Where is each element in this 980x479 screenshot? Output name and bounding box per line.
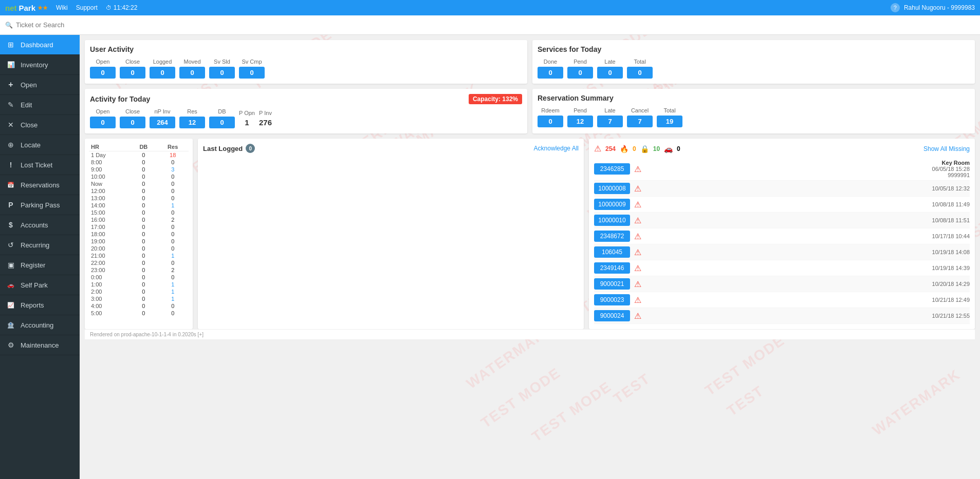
- stat-label: Pend: [574, 59, 587, 65]
- sidebar-item-self-park[interactable]: Self Park: [0, 275, 80, 295]
- stat-label: Sv Sld: [214, 59, 230, 65]
- last-logged-count: 0: [246, 144, 255, 153]
- schedule-time: 12:00: [89, 187, 130, 195]
- schedule-row: 16:0002: [89, 216, 189, 223]
- schedule-row: 15:0000: [89, 209, 189, 216]
- schedule-res-val: 0: [157, 231, 189, 238]
- sidebar-item-register[interactable]: Register: [0, 255, 80, 275]
- alert-row: 10000009 ⚠ 10/08/18 11:49: [594, 197, 970, 213]
- stat-item: Open0: [90, 108, 116, 128]
- sidebar-item-accounting[interactable]: Accounting: [0, 315, 80, 335]
- sidebar-item-recurring[interactable]: Recurring: [0, 235, 80, 255]
- sidebar-label-reports: Reports: [21, 301, 44, 309]
- alert-ticket-button[interactable]: 10000009: [594, 199, 630, 210]
- schedule-row: 0:0000: [89, 274, 189, 281]
- alert-warning-icon: ⚠: [634, 164, 641, 174]
- sidebar-item-reservations[interactable]: Reservations: [0, 175, 80, 195]
- alert-info-date: 10/21/18 12:49: [645, 297, 970, 303]
- sidebar-label-locate: Locate: [21, 141, 41, 149]
- schedule-time: 16:00: [89, 216, 130, 223]
- user-activity-stats: Open0Close0Logged0Moved0Sv Sld0Sv Cmp0: [90, 59, 522, 79]
- app-logo: netPark★★: [5, 4, 48, 12]
- alert-ticket-button[interactable]: 2348672: [594, 231, 630, 242]
- acknowledge-all-link[interactable]: Acknowledge All: [534, 145, 579, 152]
- alert-row: 2346285 ⚠ Key Room 06/05/18 15:28 999999…: [594, 158, 970, 181]
- alert-ticket-button[interactable]: 10000008: [594, 183, 630, 194]
- schedule-res-val: 0: [157, 159, 189, 166]
- alert-ticket-button[interactable]: 106045: [594, 246, 630, 258]
- support-link[interactable]: Support: [76, 4, 98, 11]
- alert-ticket-button[interactable]: 9000021: [594, 278, 630, 290]
- show-all-missing-link[interactable]: Show All Missing: [923, 145, 970, 152]
- sidebar-label-reservations: Reservations: [21, 181, 60, 189]
- last-logged-panel: Last Logged 0 Acknowledge All: [198, 139, 584, 329]
- stat-label: Cancel: [631, 107, 649, 113]
- stat-item: Res12: [179, 108, 205, 128]
- stat-item: Pend0: [567, 59, 593, 79]
- sidebar-item-maintenance[interactable]: Maintenance: [0, 335, 80, 355]
- alerts-panel: ⚠ 254 🔥 0 🔒 10 🚗 0 Show All Missing 2346…: [589, 139, 975, 329]
- alert-ticket-button[interactable]: 2349146: [594, 262, 630, 274]
- alert-ticket-button[interactable]: 2346285: [594, 163, 630, 175]
- alert-info: Key Room 06/05/18 15:28 9999991: [645, 160, 970, 178]
- alert-ticket-button[interactable]: 10000010: [594, 215, 630, 226]
- alert-info: 10/17/18 10:44: [645, 233, 970, 239]
- clock: ⏱ 11:42:22: [106, 4, 138, 11]
- schedule-res-val: 0: [157, 223, 189, 231]
- schedule-row: 18:0000: [89, 231, 189, 238]
- schedule-row: 13:0000: [89, 195, 189, 202]
- stat-value-box: 0: [90, 117, 116, 128]
- wiki-link[interactable]: Wiki: [56, 4, 68, 11]
- schedule-db-val: 0: [130, 151, 157, 159]
- schedule-row: 9:0003: [89, 166, 189, 173]
- schedule-time: 15:00: [89, 209, 130, 216]
- schedule-time: 21:00: [89, 252, 130, 259]
- alerts-list: 2346285 ⚠ Key Room 06/05/18 15:28 999999…: [594, 158, 970, 324]
- alert-info: 10/19/18 14:08: [645, 249, 970, 255]
- user-activity-card: User Activity Open0Close0Logged0Moved0Sv…: [85, 40, 527, 84]
- sidebar-item-open[interactable]: Open: [0, 75, 80, 95]
- search-input[interactable]: [16, 21, 975, 29]
- alert-row: 10000010 ⚠ 10/08/18 11:51: [594, 213, 970, 228]
- help-icon[interactable]: ?: [891, 3, 900, 12]
- stat-item: Late0: [597, 59, 623, 79]
- schedule-time: 2:00: [89, 288, 130, 295]
- schedule-db-val: 0: [130, 295, 157, 302]
- sidebar-label-inventory: Inventory: [21, 61, 48, 69]
- schedule-res-val: 0: [157, 173, 189, 180]
- sidebar-item-accounts[interactable]: Accounts: [0, 215, 80, 235]
- accounting-icon: [6, 320, 15, 330]
- alert-ticket-button[interactable]: 9000024: [594, 310, 630, 321]
- schedule-row: 4:0000: [89, 302, 189, 310]
- top-panels: User Activity Open0Close0Logged0Moved0Sv…: [85, 40, 975, 133]
- sidebar-item-dashboard[interactable]: Dashboard: [0, 35, 80, 55]
- alert-row: 9000021 ⚠ 10/20/18 14:29: [594, 276, 970, 292]
- alert-ticket-button[interactable]: 9000023: [594, 294, 630, 305]
- reservation-summary-card: Reservation Summary Rdeem0Pend12Late7Can…: [532, 89, 975, 133]
- sidebar-item-inventory[interactable]: Inventory: [0, 55, 80, 75]
- schedule-res-val: 2: [157, 216, 189, 223]
- stat-value-box: 0: [150, 67, 175, 79]
- sidebar-item-locate[interactable]: Locate: [0, 135, 80, 155]
- sidebar-item-close[interactable]: Close: [0, 115, 80, 135]
- close-icon: [6, 120, 15, 129]
- schedule-db-val: 0: [130, 266, 157, 274]
- stat-value-plain: 276: [259, 118, 272, 127]
- schedule-db-val: 0: [130, 259, 157, 266]
- schedule-db-val: 0: [130, 180, 157, 187]
- sidebar-item-parking-pass[interactable]: Parking Pass: [0, 195, 80, 215]
- services-today-stats: Done0Pend0Late0Total0: [538, 59, 970, 79]
- sidebar-item-lost-ticket[interactable]: Lost Ticket: [0, 155, 80, 175]
- sidebar-item-edit[interactable]: Edit: [0, 95, 80, 115]
- stat-item: Cancel7: [627, 107, 653, 127]
- sidebar-item-reports[interactable]: Reports: [0, 295, 80, 315]
- stat-item: Total19: [657, 107, 682, 127]
- stat-item: Sv Sld0: [209, 59, 235, 79]
- schedule-db-val: 0: [130, 252, 157, 259]
- dashboard-icon: [6, 40, 15, 49]
- schedule-row: 5:0000: [89, 310, 189, 317]
- stat-item: Moved0: [179, 59, 205, 79]
- alert-row: 9000024 ⚠ 10/21/18 12:55: [594, 308, 970, 324]
- sidebar-label-dashboard: Dashboard: [21, 41, 53, 49]
- user-activity-title: User Activity: [90, 45, 522, 53]
